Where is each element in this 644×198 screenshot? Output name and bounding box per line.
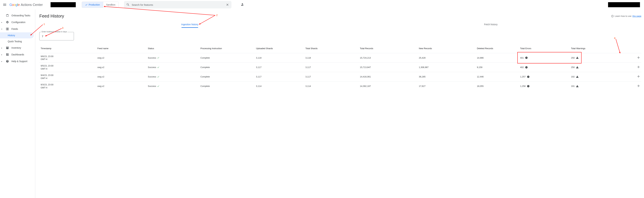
svg-rect-4 — [526, 67, 526, 67]
tabs: Ingestion history Fetch history — [39, 21, 641, 28]
tab-fetch-history[interactable]: Fetch history — [340, 21, 641, 28]
expand-icon[interactable]: ▸ — [1, 54, 3, 56]
table-row: 9/4/23, 23:00GMT-4owg.v2SuccessComplete3… — [39, 72, 641, 81]
col-uploaded-shards: Uploaded Shards — [255, 45, 304, 53]
table-row: 9/5/23, 23:00GMT-4owg.v2SuccessComplete3… — [39, 62, 641, 72]
cell-open[interactable] — [619, 72, 641, 81]
sidebar-item-label: Onboarding Tasks — [12, 14, 30, 17]
cell-timestamp: 9/5/23, 23:00GMT-4 — [39, 62, 96, 72]
cell-total-errors: 401 — [519, 53, 570, 62]
env-production-label: Production — [89, 3, 100, 6]
cell-uploaded-shards: 3,114 — [255, 81, 304, 91]
sidebar-item-label: Quick Testing — [8, 40, 22, 43]
svg-rect-2 — [526, 58, 526, 58]
cell-uploaded-shards: 3,118 — [255, 53, 304, 62]
product-name: Actions Center — [21, 3, 43, 7]
col-total-shards: Total Shards — [304, 45, 358, 53]
cell-total-errors: 1,257 — [519, 72, 570, 81]
cell-feed: owg.v2 — [96, 81, 147, 91]
lookback-input[interactable] — [42, 35, 74, 38]
cell-deleted-records: 12,446 — [476, 72, 519, 81]
google-logo: Google — [10, 3, 20, 7]
col-timestamp: Timestamp — [39, 45, 96, 53]
error-icon — [527, 85, 530, 87]
cell-feed: owg.v2 — [96, 53, 147, 62]
cell-new-records: 36,285 — [418, 72, 476, 81]
learn-text: Learn how to use — [615, 15, 632, 17]
sidebar-item-label: History — [8, 34, 15, 37]
cell-deleted-records: 18,055 — [476, 81, 519, 91]
arrow-right-icon — [636, 75, 640, 78]
cell-timestamp: 9/4/23, 23:00GMT-4 — [39, 72, 96, 81]
tab-ingestion-history[interactable]: Ingestion history — [39, 21, 340, 28]
sidebar-item-configuration[interactable]: ▸ Configuration — [0, 19, 34, 26]
env-sandbox-button[interactable]: Sandbox — [103, 2, 118, 8]
sidebar-item-dashboards[interactable]: ▸ Dashboards — [0, 51, 34, 58]
cell-status: Success — [146, 62, 199, 72]
cell-total-records: 14,392,187 — [358, 81, 418, 91]
check-icon — [157, 57, 160, 59]
arrow-right-icon — [636, 65, 640, 69]
cell-open[interactable] — [619, 81, 641, 91]
table-row: 9/3/23, 23:00GMT-4owg.v2SuccessComplete3… — [39, 81, 641, 91]
check-icon — [85, 3, 88, 6]
redacted-block-1 — [50, 2, 76, 7]
logo[interactable]: Google Actions Center — [10, 3, 43, 7]
search-box[interactable] — [124, 1, 232, 9]
help-icon — [6, 60, 9, 63]
sidebar-item-label: Configuration — [12, 21, 25, 24]
check-icon — [157, 85, 160, 87]
clear-icon[interactable] — [226, 3, 229, 7]
cell-feed: owg.v2 — [96, 72, 147, 81]
grid-icon — [6, 27, 9, 31]
menu-icon[interactable] — [3, 3, 7, 7]
expand-icon[interactable]: ▸ — [1, 60, 3, 62]
col-status: Status — [146, 45, 199, 53]
cell-open[interactable] — [619, 62, 641, 72]
learn-link-anchor[interactable]: this page — [632, 15, 641, 17]
sidebar-item-quick-testing[interactable]: Quick Testing — [0, 38, 34, 44]
cell-total-errors: 402 — [519, 62, 570, 72]
warning-icon — [576, 66, 579, 69]
cell-total-records: 15,713,847 — [358, 62, 418, 72]
svg-rect-10 — [528, 85, 528, 86]
cell-deleted-records: 9,159 — [476, 62, 519, 72]
expand-icon[interactable]: ▸ — [1, 21, 3, 23]
sidebar-item-inventory[interactable]: ▸ Inventory — [0, 44, 34, 51]
lookback-field: Enter lookback window in days — [39, 32, 74, 40]
env-production-button[interactable]: Production — [82, 2, 103, 8]
cell-total-warnings: 191 — [570, 81, 619, 91]
cell-total-warnings: 250 — [570, 53, 619, 62]
cell-total-warnings: 192 — [570, 72, 619, 81]
cell-processing: Complete — [199, 53, 255, 62]
search-input[interactable] — [132, 3, 224, 6]
warning-icon — [576, 56, 579, 59]
cell-open[interactable] — [619, 53, 641, 62]
cell-total-shards: 3,117 — [304, 72, 358, 81]
svg-rect-5 — [526, 68, 526, 68]
cell-uploaded-shards: 3,117 — [255, 72, 304, 81]
sidebar-item-label: Help & Support — [12, 60, 28, 63]
tab-label: Fetch history — [484, 23, 498, 26]
sidebar-item-label: Feeds — [12, 28, 18, 30]
expand-icon[interactable]: ▸ — [1, 47, 3, 49]
svg-rect-11 — [528, 86, 528, 87]
sidebar-item-feeds[interactable]: ▾ Feeds — [0, 26, 34, 32]
col-new-records: New Records — [418, 45, 476, 53]
cell-processing: Complete — [199, 81, 255, 91]
cell-status: Success — [146, 72, 199, 81]
cell-total-warnings: 250 — [570, 62, 619, 72]
annotation-layer: 1234 — [35, 10, 644, 198]
manage-users-icon[interactable] — [239, 1, 246, 8]
sidebar-item-help[interactable]: ▸ Help & Support — [0, 58, 34, 65]
cell-total-shards: 3,118 — [304, 53, 358, 62]
cell-timestamp: 9/6/23, 23:00GMT-4 — [39, 53, 96, 62]
sidebar-item-label: Dashboards — [12, 53, 24, 56]
cell-feed: owg.v2 — [96, 62, 147, 72]
cell-total-shards: 3,117 — [304, 62, 358, 72]
lookback-label: Enter lookback window in days — [41, 31, 68, 33]
check-icon — [157, 76, 160, 78]
sidebar-item-history[interactable]: History — [0, 32, 34, 38]
sidebar-item-onboarding[interactable]: Onboarding Tasks — [0, 12, 34, 19]
collapse-icon[interactable]: ▾ — [1, 28, 3, 30]
